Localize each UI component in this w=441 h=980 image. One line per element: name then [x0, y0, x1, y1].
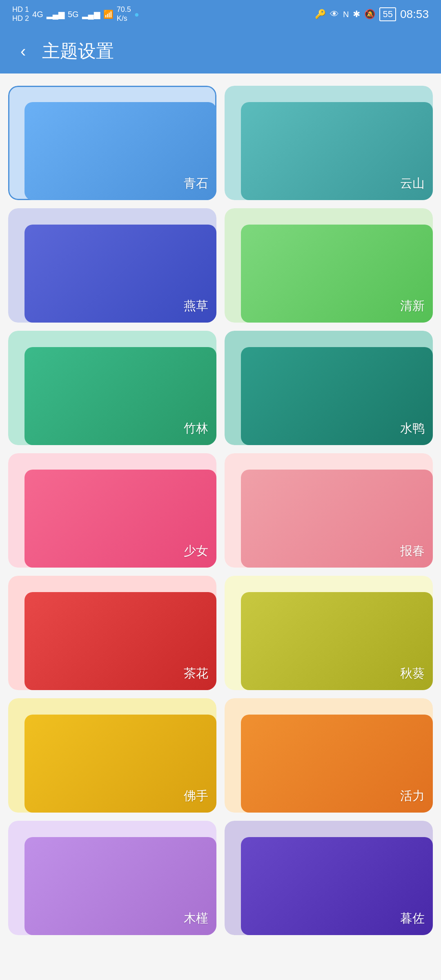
- wifi-icon: 📶: [103, 9, 114, 19]
- key-icon: 🔑: [315, 9, 326, 20]
- status-bar: HD 1 HD 2 4G ▂▄▆ 5G ▂▄▆ 📶 70.5 K/s ● 🔑 👁…: [0, 0, 441, 29]
- bell-off-icon: 🔕: [364, 9, 375, 20]
- theme-card-huoli[interactable]: 活力: [225, 698, 433, 813]
- theme-card-muzuo[interactable]: 暮佐: [225, 821, 433, 935]
- signal-4g: 4G: [32, 10, 43, 19]
- theme-label-baochun: 报春: [400, 543, 425, 559]
- status-left: HD 1 HD 2 4G ▂▄▆ 5G ▂▄▆ 📶 70.5 K/s ●: [12, 5, 139, 23]
- theme-label-shaonv: 少女: [184, 543, 208, 559]
- status-right: 🔑 👁 N ✱ 🔕 55 08:53: [315, 7, 429, 21]
- speed-label: 70.5 K/s: [117, 5, 131, 23]
- page-title: 主题设置: [42, 39, 114, 63]
- theme-card-qiukui[interactable]: 秋葵: [225, 576, 433, 690]
- back-button[interactable]: ‹: [16, 38, 30, 65]
- signal-bars-5g: ▂▄▆: [82, 9, 100, 19]
- theme-card-foshou[interactable]: 佛手: [8, 698, 216, 813]
- battery-icon: 55: [379, 7, 396, 21]
- theme-card-yunshan[interactable]: 云山: [225, 86, 433, 200]
- energy-icon: ●: [134, 10, 139, 19]
- eye-icon: 👁: [330, 9, 339, 20]
- signal-5g: 5G: [68, 10, 79, 19]
- network-label: HD 1 HD 2: [12, 5, 29, 23]
- theme-card-shuiya[interactable]: 水鸭: [225, 331, 433, 445]
- app-header: ‹ 主题设置: [0, 29, 441, 74]
- theme-label-qingxin: 清新: [400, 298, 425, 314]
- theme-label-mujin: 木槿: [184, 910, 208, 927]
- theme-card-shaonv[interactable]: 少女: [8, 453, 216, 568]
- theme-card-qingxin[interactable]: 清新: [225, 208, 433, 323]
- theme-label-yancao: 燕草: [184, 298, 208, 314]
- nfc-icon: N: [343, 10, 349, 19]
- theme-card-zhulin[interactable]: 竹林: [8, 331, 216, 445]
- time-display: 08:53: [400, 8, 429, 21]
- theme-label-yunshan: 云山: [400, 175, 425, 192]
- theme-label-huoli: 活力: [400, 788, 425, 804]
- theme-card-yancao[interactable]: 燕草: [8, 208, 216, 323]
- theme-card-qingshi[interactable]: 青石: [8, 86, 216, 200]
- theme-label-shuiya: 水鸭: [400, 420, 425, 437]
- theme-label-qiukui: 秋葵: [400, 665, 425, 682]
- theme-card-baochun[interactable]: 报春: [225, 453, 433, 568]
- theme-card-chahua[interactable]: 茶花: [8, 576, 216, 690]
- theme-label-foshou: 佛手: [184, 788, 208, 804]
- theme-label-qingshi: 青石: [184, 175, 208, 192]
- signal-bars-4g: ▂▄▆: [47, 9, 65, 19]
- theme-grid: 青石云山燕草清新竹林水鸭少女报春茶花秋葵佛手活力木槿暮佐: [0, 74, 441, 947]
- theme-card-mujin[interactable]: 木槿: [8, 821, 216, 935]
- theme-label-muzuo: 暮佐: [400, 910, 425, 927]
- theme-label-chahua: 茶花: [184, 665, 208, 682]
- theme-label-zhulin: 竹林: [184, 420, 208, 437]
- bluetooth-icon: ✱: [353, 9, 360, 20]
